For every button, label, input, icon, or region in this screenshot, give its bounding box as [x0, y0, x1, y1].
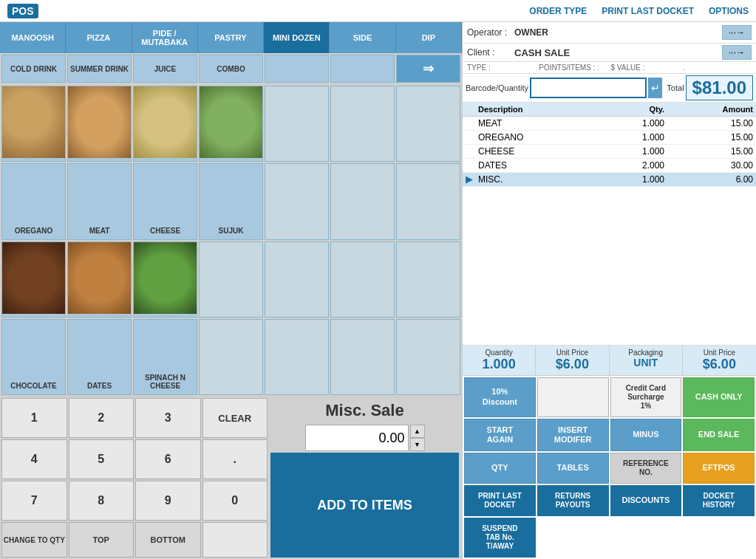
order-type-link[interactable]: ORDER TYPE: [529, 6, 587, 16]
table-row[interactable]: DATES 2.000 30.00: [463, 159, 756, 173]
key-bottom[interactable]: BOTTOM: [135, 522, 201, 558]
table-row[interactable]: OREGANO 1.000 15.00: [463, 131, 756, 145]
item-spinach-cheese[interactable]: SPINACH N CHEESE: [133, 319, 197, 395]
cat-side[interactable]: SIDE: [330, 22, 395, 53]
sub-empty-1: [265, 55, 329, 83]
btn-suspend-tab[interactable]: SUSPEND TAB No. T/AWAY: [464, 518, 536, 558]
btn-discounts[interactable]: DISCOUNTS: [610, 485, 682, 516]
key-clear[interactable]: CLEAR: [202, 398, 268, 438]
btn-discount-10[interactable]: 10% Discount: [464, 377, 536, 417]
top-bar: POS ORDER TYPE PRINT LAST DOCKET OPTIONS: [0, 0, 756, 22]
key-empty: [202, 522, 268, 558]
key-9[interactable]: 9: [135, 481, 201, 521]
btn-print-last-docket[interactable]: PRINT LAST DOCKET: [464, 485, 536, 516]
spin-down[interactable]: ▼: [410, 438, 425, 451]
misc-title: Misc. Sale: [270, 398, 459, 423]
sub-cold-drink[interactable]: COLD DRINK: [1, 55, 66, 83]
th-qty: Qty.: [599, 103, 667, 117]
item-empty-r3c6: [330, 241, 395, 318]
item-empty-r4c7: [396, 319, 460, 395]
btn-reference-no[interactable]: REFERENCE NO.: [610, 453, 682, 484]
row-qty: 1.000: [599, 173, 667, 187]
key-7[interactable]: 7: [1, 481, 67, 521]
sub-combo[interactable]: COMBO: [199, 55, 263, 83]
cat-pastry[interactable]: PASTRY: [198, 22, 264, 53]
cat-pide[interactable]: PIDE /MUTABAKA: [132, 22, 198, 53]
barcode-input[interactable]: [530, 78, 647, 98]
cat-dip[interactable]: DIP: [396, 22, 462, 53]
key-change-qty[interactable]: CHANGE TO QTY: [1, 522, 67, 558]
sub-empty-2: [330, 55, 395, 83]
btn-start-again[interactable]: START AGAIN: [464, 419, 536, 451]
main-layout: MANOOSH PIZZA PIDE /MUTABAKA PASTRY MINI…: [0, 22, 756, 559]
btn-minus[interactable]: MINUS: [610, 419, 682, 451]
client-arrow-btn[interactable]: ···→: [722, 45, 752, 60]
item-cheese[interactable]: CHEESE: [133, 163, 197, 239]
cat-pizza[interactable]: PIZZA: [66, 22, 132, 53]
table-row[interactable]: ▶ MISC. 1.000 6.00: [463, 173, 756, 187]
btn-tables[interactable]: TABLES: [537, 453, 609, 484]
table-row[interactable]: CHEESE 1.000 15.00: [463, 145, 756, 159]
btn-end-sale[interactable]: END SALE: [683, 419, 755, 451]
item-choc-img[interactable]: [1, 241, 66, 318]
points-label: POINTS/ITEMS : .: [539, 64, 607, 72]
cat-manoosh[interactable]: MANOOSH: [0, 22, 66, 53]
item-spinach-img[interactable]: [133, 241, 197, 318]
key-6[interactable]: 6: [135, 439, 201, 479]
right-panel: Operator : OWNER ···→ Client : CASH SALE…: [462, 22, 756, 559]
type-label: TYPE :: [467, 64, 536, 72]
key-top[interactable]: TOP: [69, 522, 134, 558]
item-sujuk[interactable]: SUJUK: [199, 163, 263, 239]
btn-credit-surcharge[interactable]: Credit Card Surcharge 1%: [610, 377, 682, 417]
operator-label: Operator :: [467, 27, 511, 38]
sub-summer-drink[interactable]: SUMMER DRINK: [67, 55, 132, 83]
item-oregano-img[interactable]: [1, 86, 66, 162]
item-dates-img[interactable]: [67, 241, 132, 318]
key-dot[interactable]: .: [202, 439, 268, 479]
numpad-area: 1 2 3 CLEAR 4 5 6 . 7 8 9 0 CHANGE TO QT…: [0, 397, 462, 559]
misc-input[interactable]: [305, 425, 409, 451]
btn-qty[interactable]: QTY: [464, 453, 536, 484]
btn-cash-only[interactable]: CASH ONLY: [683, 377, 755, 417]
barcode-enter-btn[interactable]: ↵: [648, 78, 662, 98]
btn-returns-payouts[interactable]: RETURNS PAYOUTS: [537, 485, 609, 516]
btn-docket-history[interactable]: DOCKET HISTORY: [683, 485, 755, 516]
item-pastry-img[interactable]: [133, 86, 197, 162]
key-8[interactable]: 8: [69, 481, 134, 521]
btn-eftpos[interactable]: EFTPOS: [683, 453, 755, 484]
item-dates[interactable]: DATES: [67, 319, 132, 395]
value-label: $ VALUE :: [611, 64, 680, 72]
sub-arrow[interactable]: ⇒: [396, 55, 460, 83]
row-arrow: [463, 145, 475, 159]
key-0[interactable]: 0: [202, 481, 268, 521]
left-panel: MANOOSH PIZZA PIDE /MUTABAKA PASTRY MINI…: [0, 22, 462, 559]
item-empty-r2c6: [330, 163, 395, 239]
key-5[interactable]: 5: [69, 439, 134, 479]
cat-mini-dozen[interactable]: MINI DOZEN: [264, 22, 330, 53]
item-empty-r4c6: [330, 319, 395, 395]
row-desc: CHEESE: [475, 145, 599, 159]
spin-up[interactable]: ▲: [410, 425, 425, 438]
item-wrap-img[interactable]: [199, 86, 263, 162]
key-1[interactable]: 1: [1, 398, 67, 438]
item-pide-img[interactable]: [67, 86, 132, 162]
item-oregano[interactable]: OREGANO: [1, 163, 66, 239]
item-row-2: OREGANO MEAT CHEESE SUJUK: [1, 163, 460, 239]
add-to-items-button[interactable]: ADD TO ITEMS: [270, 453, 459, 558]
th-description: Description: [475, 103, 599, 117]
operator-arrow-btn[interactable]: ···→: [722, 25, 752, 40]
barcode-row: Barcode/Quantity ↵ Total $81.00: [463, 74, 756, 103]
key-4[interactable]: 4: [1, 439, 67, 479]
item-meat[interactable]: MEAT: [67, 163, 132, 239]
table-row[interactable]: MEAT 1.000 15.00: [463, 117, 756, 131]
th-amount: Amount: [667, 103, 756, 117]
sub-juice[interactable]: JUICE: [133, 55, 197, 83]
print-last-docket-link[interactable]: PRINT LAST DOCKET: [602, 6, 694, 16]
key-2[interactable]: 2: [69, 398, 134, 438]
pos-logo: POS: [7, 4, 38, 18]
options-link[interactable]: OPTIONS: [709, 6, 749, 16]
item-chocolate[interactable]: CHOCOLATE: [1, 319, 66, 395]
row-arrow: [463, 159, 475, 173]
btn-insert-modifier[interactable]: INSERT MODIFER: [537, 419, 609, 451]
key-3[interactable]: 3: [135, 398, 201, 438]
